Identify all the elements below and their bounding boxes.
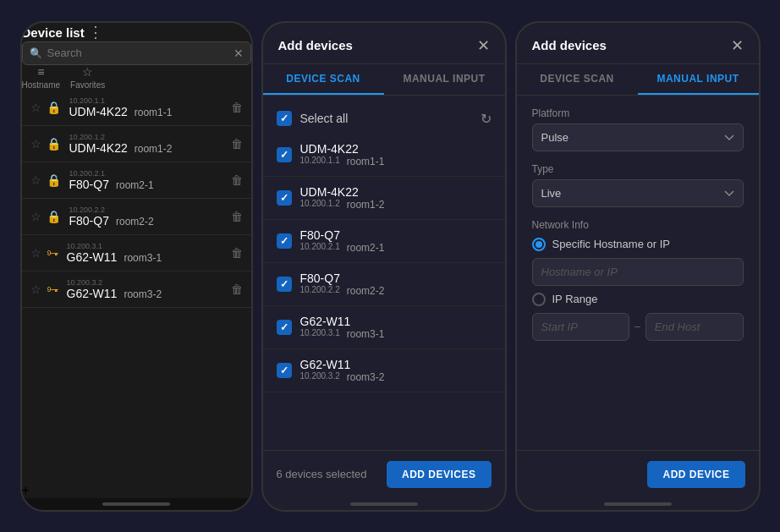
device-checkbox[interactable]: [277, 277, 292, 292]
platform-select[interactable]: Pulse Wave Nova: [532, 123, 744, 151]
device-ip: 10.200.1.2: [69, 133, 226, 141]
specific-hostname-radio[interactable]: [532, 238, 546, 251]
hostname-filter-button[interactable]: ≡ Hostname: [22, 65, 61, 90]
device-checkbox[interactable]: [277, 190, 292, 206]
scan-device-sub: 10.200.1.2 room1-2: [300, 199, 492, 211]
modal-close-scan[interactable]: ✕: [477, 36, 490, 55]
scan-device-info: G62-W11 10.200.3.2 room3-2: [300, 358, 492, 383]
device-checkbox[interactable]: [277, 363, 292, 378]
favorite-star-icon[interactable]: ☆: [30, 246, 41, 260]
star-filter-icon: ☆: [82, 65, 93, 79]
device-info: 10.200.3.2 G62-W11 room3-2: [67, 278, 226, 300]
modal-close-manual[interactable]: ✕: [731, 36, 744, 55]
specific-hostname-option[interactable]: Specific Hostname or IP: [532, 238, 744, 251]
device-list-item: ☆ 🔒 10.200.1.1 UDM-4K22 room1-1 🗑: [22, 90, 251, 126]
device-list-item: ☆ 🔒 10.200.2.2 F80-Q7 room2-2 🗑: [22, 199, 251, 235]
delete-device-icon[interactable]: 🗑: [231, 173, 243, 187]
ip-range-radio[interactable]: [532, 293, 546, 306]
device-room: room1-2: [135, 143, 173, 155]
clear-search-icon[interactable]: ✕: [233, 47, 244, 60]
phone-bottom-bar-scan: [350, 502, 418, 506]
favorite-star-icon[interactable]: ☆: [30, 101, 41, 114]
scan-device-info: G62-W11 10.200.3.1 room3-1: [300, 315, 492, 340]
select-all-row: Select all ↻: [263, 104, 505, 134]
delete-device-icon[interactable]: 🗑: [231, 210, 243, 223]
add-device-fab[interactable]: +: [22, 483, 251, 498]
device-checkbox[interactable]: [277, 320, 292, 335]
modal-header-scan: Add devices ✕: [263, 23, 505, 64]
scan-device-info: UDM-4K22 10.200.1.1 room1-1: [300, 142, 492, 167]
refresh-icon[interactable]: ↻: [481, 111, 492, 127]
network-info-label: Network Info: [532, 219, 744, 231]
tab-manual-input-active[interactable]: MANUAL INPUT: [638, 64, 759, 95]
tab-manual-input-scan[interactable]: MANUAL INPUT: [384, 64, 505, 95]
scan-device-info: UDM-4K22 10.200.1.2 room1-2: [300, 185, 492, 211]
scan-device-name: F80-Q7: [300, 271, 492, 285]
modal-tabs-manual: DEVICE SCAN MANUAL INPUT: [517, 64, 759, 96]
type-label: Type: [532, 163, 744, 175]
device-list-item: ☆ 🔒 10.200.2.1 F80-Q7 room2-1 🗑: [22, 162, 251, 199]
delete-device-icon[interactable]: 🗑: [231, 101, 243, 114]
scan-device-row: G62-W11 10.200.3.1 room3-1: [263, 306, 505, 349]
scan-device-room: room3-2: [347, 371, 385, 383]
device-info: 10.200.3.1 G62-W11 room3-1: [67, 242, 226, 264]
scan-device-row: G62-W11 10.200.3.2 room3-2: [263, 349, 505, 392]
device-name: G62-W11: [67, 250, 118, 264]
search-input[interactable]: [47, 47, 228, 59]
add-devices-button[interactable]: ADD DEVICES: [387, 461, 492, 488]
scan-device-row: F80-Q7 10.200.2.1 room2-1: [263, 220, 505, 263]
scan-device-ip: 10.200.3.1: [300, 328, 340, 340]
favorite-star-icon[interactable]: ☆: [30, 137, 41, 151]
scan-device-sub: 10.200.2.1 room2-1: [300, 242, 492, 254]
filter-group: ≡ Hostname ☆ Favorites: [22, 65, 251, 90]
delete-device-icon[interactable]: 🗑: [231, 246, 243, 260]
device-checkbox[interactable]: [277, 147, 292, 162]
select-all-checkbox[interactable]: [277, 111, 292, 126]
device-room: room2-1: [116, 179, 154, 191]
add-device-button[interactable]: ADD DEVICE: [647, 461, 744, 488]
scan-device-room: room1-2: [347, 199, 385, 211]
manual-body: Platform Pulse Wave Nova Type Live Recor…: [517, 96, 759, 450]
device-list: ☆ 🔒 10.200.1.1 UDM-4K22 room1-1 🗑 ☆ 🔒 10…: [22, 90, 251, 483]
hostname-input[interactable]: [532, 258, 744, 286]
favorite-star-icon[interactable]: ☆: [30, 173, 41, 187]
tab-device-scan-manual[interactable]: DEVICE SCAN: [517, 64, 638, 95]
tab-device-scan-active[interactable]: DEVICE SCAN: [263, 64, 384, 95]
type-select[interactable]: Live Recorded Scheduled: [532, 179, 744, 207]
network-info-section: Network Info Specific Hostname or IP IP …: [532, 219, 744, 341]
delete-device-icon[interactable]: 🗑: [231, 282, 243, 296]
manual-footer: ADD DEVICE: [517, 450, 759, 498]
select-all-left: Select all: [277, 111, 349, 126]
favorite-star-icon[interactable]: ☆: [30, 282, 41, 296]
device-checkbox[interactable]: [277, 233, 292, 249]
device-ip: 10.200.2.2: [69, 206, 226, 214]
device-name: F80-Q7: [69, 214, 109, 228]
scan-device-name: UDM-4K22: [300, 185, 492, 199]
device-list-item: ☆ 🔒 10.200.1.2 UDM-4K22 room1-2 🗑: [22, 126, 251, 162]
platform-label: Platform: [532, 107, 744, 119]
start-ip-input[interactable]: [532, 313, 630, 341]
modal-title-scan: Add devices: [278, 38, 353, 52]
scan-device-room: room1-1: [347, 156, 385, 167]
lock-icon: 🔒: [47, 210, 61, 223]
modal-header-manual: Add devices ✕: [517, 23, 759, 64]
scan-device-ip: 10.200.1.2: [300, 199, 340, 211]
device-list-item: ☆ 🗝 10.200.3.2 G62-W11 room3-2 🗑: [22, 271, 251, 308]
delete-device-icon[interactable]: 🗑: [231, 137, 243, 151]
ip-range-option[interactable]: IP Range: [532, 293, 744, 306]
end-host-input[interactable]: [645, 313, 744, 341]
device-ip: 10.200.3.2: [67, 278, 226, 287]
device-ip: 10.200.3.1: [67, 242, 226, 250]
phone-bottom-bar-manual: [604, 502, 672, 506]
favorites-filter-button[interactable]: ☆ Favorites: [70, 65, 105, 90]
scan-device-sub: 10.200.1.1 room1-1: [300, 156, 492, 167]
modal-tabs-scan: DEVICE SCAN MANUAL INPUT: [263, 64, 505, 96]
favorite-star-icon[interactable]: ☆: [30, 210, 41, 223]
scan-device-name: G62-W11: [300, 315, 492, 328]
scan-device-name: F80-Q7: [300, 228, 492, 242]
more-options-icon[interactable]: ⋮: [88, 24, 103, 41]
scan-device-list: UDM-4K22 10.200.1.1 room1-1 UDM-4K22 10.…: [263, 134, 505, 392]
search-input-wrap: 🔍 ✕: [22, 41, 251, 65]
ip-range-separator: –: [634, 321, 640, 332]
device-room: room3-2: [124, 288, 162, 300]
